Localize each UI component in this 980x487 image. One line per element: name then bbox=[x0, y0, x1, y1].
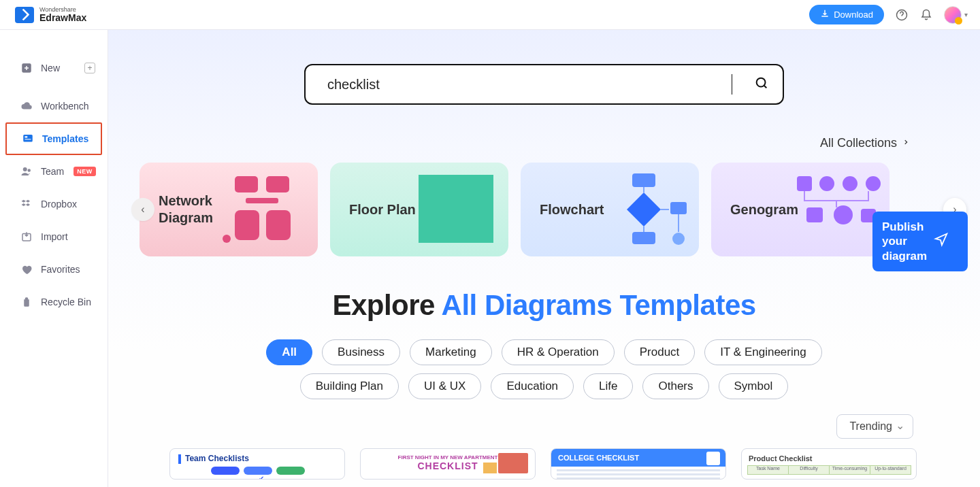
cloud-icon bbox=[20, 100, 33, 112]
download-button[interactable]: Download bbox=[809, 5, 884, 24]
svg-rect-4 bbox=[25, 139, 31, 140]
sidebar-item-label: Import bbox=[41, 231, 68, 242]
svg-point-24 bbox=[672, 233, 685, 245]
plus-box-icon bbox=[20, 62, 33, 74]
svg-rect-10 bbox=[266, 176, 289, 192]
category-pills: AllBusinessMarketingHR & OperationProduc… bbox=[225, 339, 864, 399]
genogram-illustration bbox=[793, 171, 881, 248]
team-icon bbox=[20, 165, 33, 178]
template-title: Team Checklists bbox=[185, 454, 249, 463]
svg-rect-20 bbox=[632, 173, 655, 187]
sidebar-active-highlight: Templates bbox=[5, 122, 102, 155]
search-icon bbox=[754, 75, 769, 93]
svg-point-30 bbox=[834, 205, 853, 224]
category-pill-marketing[interactable]: Marketing bbox=[410, 339, 492, 365]
svg-rect-13 bbox=[266, 210, 291, 240]
category-pill-business[interactable]: Business bbox=[322, 339, 400, 365]
svg-rect-29 bbox=[806, 207, 823, 222]
sidebar-item-import[interactable]: Import bbox=[0, 220, 108, 253]
card-title: Floor Plan bbox=[349, 201, 416, 218]
template-card-product-checklist[interactable]: Product Checklist Task Name Difficulty T… bbox=[741, 448, 917, 480]
carousel-card-network-diagram[interactable]: Network Diagram bbox=[140, 163, 318, 256]
template-title: COLLEGE CHECKLIST bbox=[551, 449, 725, 467]
carousel-card-flowchart[interactable]: Flowchart bbox=[521, 163, 699, 256]
svg-rect-2 bbox=[23, 135, 33, 142]
category-pill-symbol[interactable]: Symbol bbox=[719, 373, 789, 399]
svg-point-8 bbox=[757, 78, 766, 87]
category-pill-it-engineering[interactable]: IT & Engineering bbox=[704, 339, 821, 365]
svg-rect-25 bbox=[797, 176, 812, 191]
explore-prefix: Explore bbox=[332, 289, 441, 321]
svg-point-27 bbox=[843, 176, 858, 191]
category-pill-all[interactable]: All bbox=[266, 339, 312, 365]
template-card-team-checklists[interactable]: Team Checklists ✔ bbox=[169, 448, 345, 480]
sort-label: Trending bbox=[849, 420, 892, 432]
building-icon bbox=[498, 453, 528, 473]
category-pill-life[interactable]: Life bbox=[583, 373, 633, 399]
logo-brand-big: EdrawMax bbox=[39, 13, 86, 22]
svg-rect-22 bbox=[670, 202, 687, 214]
sidebar-item-dropbox[interactable]: Dropbox bbox=[0, 188, 108, 220]
carousel-prev-button[interactable]: ‹ bbox=[131, 198, 154, 221]
svg-rect-17 bbox=[457, 175, 493, 207]
bell-icon[interactable] bbox=[919, 8, 933, 22]
svg-point-5 bbox=[23, 167, 27, 171]
card-title: Flowchart bbox=[540, 201, 604, 218]
explore-heading: Explore All Diagrams Templates bbox=[108, 289, 980, 322]
carousel-card-floor-plan[interactable]: Floor Plan bbox=[330, 163, 508, 256]
publish-diagram-button[interactable]: Publish your diagram bbox=[872, 212, 968, 271]
svg-point-6 bbox=[28, 169, 31, 172]
svg-point-28 bbox=[866, 176, 881, 191]
dropbox-icon bbox=[20, 198, 33, 210]
carousel-card-genogram[interactable]: Genogram bbox=[711, 163, 889, 256]
all-collections-link[interactable]: All Collections bbox=[108, 105, 980, 157]
category-pill-ui-ux[interactable]: UI & UX bbox=[408, 373, 481, 399]
card-title: Genogram bbox=[730, 201, 798, 218]
svg-rect-19 bbox=[453, 205, 459, 214]
add-icon[interactable]: + bbox=[84, 63, 95, 73]
sidebar-item-recycle-bin[interactable]: Recycle Bin bbox=[0, 286, 108, 318]
network-illustration bbox=[221, 171, 310, 248]
template-card-college-checklist[interactable]: COLLEGE CHECKLIST bbox=[551, 448, 726, 480]
explore-highlight: All Diagrams Templates bbox=[442, 289, 756, 321]
category-pill-building-plan[interactable]: Building Plan bbox=[300, 373, 399, 399]
svg-rect-23 bbox=[632, 232, 655, 244]
help-icon[interactable] bbox=[895, 8, 909, 22]
sidebar-item-templates[interactable]: Templates bbox=[7, 124, 101, 154]
category-pill-education[interactable]: Education bbox=[491, 373, 574, 399]
sheet-icon bbox=[706, 452, 720, 465]
sidebar-item-label: Favorites bbox=[41, 264, 80, 275]
heart-icon bbox=[20, 263, 33, 275]
sidebar-item-team[interactable]: Team NEW bbox=[0, 155, 108, 188]
svg-rect-9 bbox=[235, 176, 258, 192]
sidebar-item-label: Workbench bbox=[41, 101, 89, 112]
category-pill-product[interactable]: Product bbox=[624, 339, 696, 365]
search-input[interactable] bbox=[327, 77, 725, 93]
category-carousel: ‹ Network Diagram Floor Plan bbox=[108, 163, 980, 256]
svg-rect-18 bbox=[419, 210, 493, 243]
sidebar-item-favorites[interactable]: Favorites bbox=[0, 253, 108, 286]
sidebar-item-new[interactable]: New + bbox=[0, 49, 108, 87]
import-icon bbox=[20, 231, 33, 243]
templates-icon bbox=[22, 133, 34, 145]
svg-rect-3 bbox=[25, 136, 28, 137]
user-menu[interactable]: ▾ bbox=[944, 6, 968, 24]
topbar: Wondershare EdrawMax Download ▾ bbox=[0, 0, 980, 30]
sort-dropdown[interactable]: Trending bbox=[836, 414, 913, 439]
category-pill-others[interactable]: Others bbox=[642, 373, 708, 399]
publish-line1: Publish bbox=[882, 220, 927, 234]
sidebar-item-label: New bbox=[41, 63, 60, 73]
svg-rect-16 bbox=[419, 175, 454, 207]
category-pill-hr-operation[interactable]: HR & Operation bbox=[502, 339, 615, 365]
sidebar-item-label: Team bbox=[41, 166, 64, 177]
sidebar-item-workbench[interactable]: Workbench bbox=[0, 90, 108, 122]
template-title: Product Checklist bbox=[749, 454, 909, 463]
template-card-apartment-checklist[interactable]: FIRST NIGHT IN MY NEW APARTMENT CHECKLIS… bbox=[360, 448, 536, 480]
new-badge: NEW bbox=[74, 167, 96, 176]
sidebar: New + Workbench Templates Team NEW bbox=[0, 30, 108, 487]
search-button[interactable] bbox=[745, 65, 779, 103]
download-icon bbox=[820, 9, 830, 20]
svg-point-14 bbox=[223, 235, 231, 243]
svg-point-26 bbox=[819, 176, 834, 191]
app-logo[interactable]: Wondershare EdrawMax bbox=[0, 7, 108, 23]
